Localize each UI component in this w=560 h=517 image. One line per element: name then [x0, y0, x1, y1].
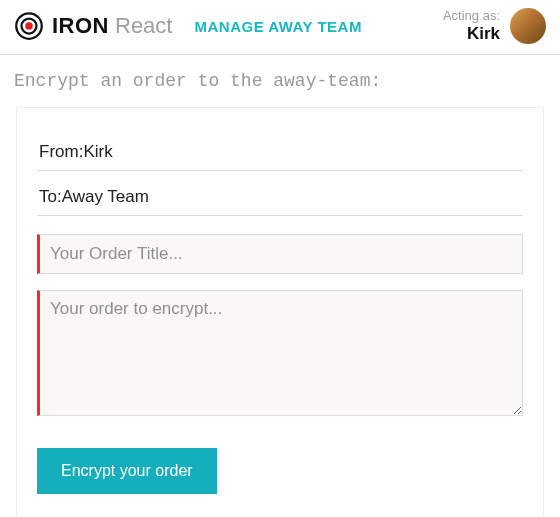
svg-point-2	[25, 22, 33, 30]
from-value: Kirk	[83, 142, 112, 162]
to-row: To:Away Team	[37, 177, 523, 216]
app-header: IRON React MANAGE AWAY TEAM Acting as: K…	[0, 0, 560, 55]
encrypt-button[interactable]: Encrypt your order	[37, 448, 217, 494]
brand: IRON React	[52, 13, 172, 39]
brand-react: React	[115, 13, 172, 39]
order-body-textarea[interactable]	[37, 290, 523, 416]
manage-away-team-link[interactable]: MANAGE AWAY TEAM	[194, 18, 361, 35]
order-card: From:Kirk To:Away Team Encrypt your orde…	[16, 107, 544, 517]
to-value: Away Team	[62, 187, 149, 207]
logo-icon	[14, 11, 44, 41]
from-row: From:Kirk	[37, 132, 523, 171]
acting-as-block: Acting as: Kirk	[443, 9, 500, 43]
order-title-input[interactable]	[37, 234, 523, 274]
page-title: Encrypt an order to the away-team:	[0, 55, 560, 101]
acting-as-name: Kirk	[443, 24, 500, 44]
brand-iron: IRON	[52, 13, 109, 39]
from-label: From:	[39, 142, 83, 162]
avatar[interactable]	[510, 8, 546, 44]
to-label: To:	[39, 187, 62, 207]
acting-as-label: Acting as:	[443, 9, 500, 24]
